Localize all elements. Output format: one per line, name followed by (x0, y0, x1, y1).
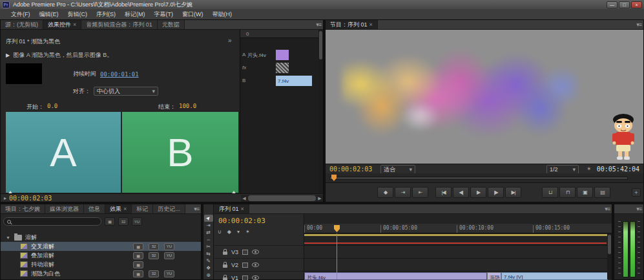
track-v3[interactable] (304, 245, 612, 258)
program-scrub-bar[interactable] (326, 173, 643, 182)
transition-clip[interactable]: 渐隐 (487, 272, 501, 280)
close-icon[interactable]: × (369, 21, 373, 28)
playback-resolution-dropdown[interactable]: 1/2 ▾ (546, 165, 579, 174)
32bit-filter-icon[interactable]: 32 (118, 217, 129, 226)
display-style-icon[interactable] (242, 263, 248, 268)
scrollbar-thumb[interactable] (319, 31, 322, 59)
tab-project[interactable]: 项目：七夕婉 (1, 204, 45, 213)
alignment-dropdown[interactable]: 中心切入 ▾ (94, 87, 158, 96)
display-style-icon[interactable] (242, 275, 248, 280)
step-back-button[interactable]: ◀| (453, 187, 469, 198)
effect-item-additive-dissolve[interactable]: 叠加溶解 ▦ 32 YU (1, 251, 201, 260)
effects-search-input[interactable] (3, 217, 101, 226)
yuv-filter-icon[interactable]: YU (132, 217, 142, 226)
mini-clip-b[interactable]: 7.f4v (275, 75, 313, 87)
track-v2[interactable] (304, 258, 612, 271)
close-icon[interactable]: × (73, 21, 76, 28)
marker-menu-icon[interactable]: ▾ (237, 229, 240, 235)
start-value[interactable]: 0.0 (47, 103, 57, 111)
mini-clip-a[interactable] (275, 49, 289, 61)
menu-window[interactable]: 窗口(W) (178, 10, 208, 19)
tab-effect-controls[interactable]: 效果控件× (43, 20, 81, 29)
set-marker-icon[interactable]: ◆ (227, 229, 231, 235)
scrollbar-thumb[interactable] (608, 235, 611, 254)
tab-sequence-01[interactable]: 序列 01 × (214, 204, 249, 213)
selection-tool[interactable]: ➤ (204, 215, 213, 222)
tab-source-monitor[interactable]: 源：(无剪辑) (1, 20, 43, 29)
tab-media-browser[interactable]: 媒体浏览器 (45, 204, 84, 213)
accelerated-effects-filter-icon[interactable]: ▦ (105, 217, 115, 226)
tab-metadata[interactable]: 元数据 (158, 20, 185, 29)
close-button[interactable]: × (631, 1, 642, 8)
menu-edit[interactable]: 编辑(E) (35, 10, 63, 19)
panel-menu-icon[interactable]: ▾≡ (605, 206, 610, 212)
mark-out-button[interactable]: ⇤ (412, 187, 428, 198)
go-to-out-button[interactable]: ▶| (505, 187, 521, 198)
eye-icon[interactable] (252, 275, 259, 280)
scrub-track[interactable] (329, 177, 628, 180)
panel-menu-icon[interactable]: ▾≡ (636, 21, 641, 28)
menu-help[interactable]: 帮助(H) (208, 10, 237, 19)
extract-button[interactable]: ⊓ (559, 187, 576, 198)
menu-clip[interactable]: 剪辑(C) (63, 10, 92, 19)
scrollbar-thumb[interactable] (248, 195, 316, 201)
menu-marker[interactable]: 标记(M) (120, 10, 150, 19)
effect-item-dip-to-white[interactable]: 渐隐为白色 ▦ 32 YU (1, 269, 201, 278)
hand-tool[interactable]: ❖ (204, 264, 213, 272)
clip-7f4v[interactable]: 7.f4v [V] (501, 272, 608, 280)
menu-file[interactable]: 文件(F) (6, 10, 35, 19)
settings-wrench-icon[interactable]: ✶ (245, 229, 250, 235)
track-v1[interactable]: 片头.f4v 渐隐 7.f4v [V] (304, 271, 612, 280)
rate-stretch-tool[interactable]: ⇔ (204, 236, 213, 243)
tab-audio-clip-mixer[interactable]: 音频剪辑混合器：序列 01 (81, 20, 158, 29)
mark-in-button[interactable]: ⇥ (395, 187, 411, 198)
scroll-right-icon[interactable]: ▶ (317, 196, 323, 201)
pen-tool[interactable]: ✎ (204, 257, 213, 264)
menu-sequence[interactable]: 序列(S) (92, 10, 120, 19)
vertical-scrollbar[interactable] (318, 30, 323, 193)
track-name[interactable]: V1 (231, 275, 238, 280)
zoom-tool[interactable]: ⊕ (204, 272, 213, 279)
button-editor-plus[interactable]: + (632, 188, 641, 197)
maximize-button[interactable]: □ (619, 1, 630, 8)
track-select-tool[interactable]: ⇥ (204, 222, 213, 229)
add-marker-button[interactable]: ◆ (377, 187, 393, 198)
lock-icon[interactable] (223, 264, 227, 268)
settings-wrench-icon[interactable]: ✶ (587, 166, 592, 172)
clip-piantou[interactable]: 片头.f4v (304, 272, 487, 280)
razor-tool[interactable]: ✂ (204, 243, 213, 250)
work-area-bar[interactable] (304, 234, 612, 236)
play-button[interactable]: ▶ (470, 187, 486, 198)
mini-transition-block[interactable] (275, 62, 289, 74)
mini-timeline-ruler[interactable]: 0 (240, 30, 318, 38)
timeline-timecode[interactable]: 00:00:02:03 (218, 217, 265, 225)
tab-program-sequence[interactable]: 节目：序列 01 × (326, 20, 378, 29)
timeline-ruler[interactable]: 00:00 00:00:05:00 00:00:10:00 00:00:15:0… (304, 224, 612, 233)
effects-folder-row[interactable]: ▼ 溶解 (1, 233, 201, 242)
lock-icon[interactable] (223, 252, 227, 255)
menu-title[interactable]: 字幕(T) (150, 10, 178, 19)
track-name[interactable]: V2 (231, 262, 238, 268)
tab-history[interactable]: 历史记... (153, 204, 185, 213)
effect-item-dither-dissolve[interactable]: 抖动溶解 ▦ (1, 260, 201, 269)
tab-markers[interactable]: 标记 (132, 204, 153, 213)
expander-icon[interactable]: ▼ (6, 235, 10, 240)
play-transition-icon[interactable]: ▶ (6, 52, 10, 58)
panel-menu-icon[interactable]: ▾≡ (194, 206, 199, 212)
program-timecode[interactable]: 00:00:02:03 (329, 166, 372, 173)
duration-value[interactable]: 00:00:01:01 (100, 71, 139, 78)
panel-menu-icon[interactable]: ▾≡ (316, 21, 321, 28)
panel-menu-icon[interactable]: ▾≡ (636, 206, 641, 212)
export-frame-button[interactable]: ▣ (577, 187, 593, 198)
display-style-icon[interactable] (242, 250, 248, 255)
effect-controls-timecode[interactable]: 00:00:02:03 (9, 195, 52, 202)
step-forward-button[interactable]: |▶ (488, 187, 504, 198)
eye-icon[interactable] (252, 250, 259, 254)
fit-dropdown[interactable]: 适合 ▾ (380, 165, 415, 174)
horizontal-scrollbar[interactable]: ◀ ▶ (241, 195, 323, 202)
lock-icon[interactable] (223, 277, 227, 280)
transition-preview-b[interactable]: B (122, 112, 238, 193)
playhead-marker[interactable] (331, 175, 337, 181)
lift-button[interactable]: ⊔ (542, 187, 558, 198)
effect-item-cross-dissolve[interactable]: 交叉溶解 ▦ 32 YU (1, 242, 201, 251)
